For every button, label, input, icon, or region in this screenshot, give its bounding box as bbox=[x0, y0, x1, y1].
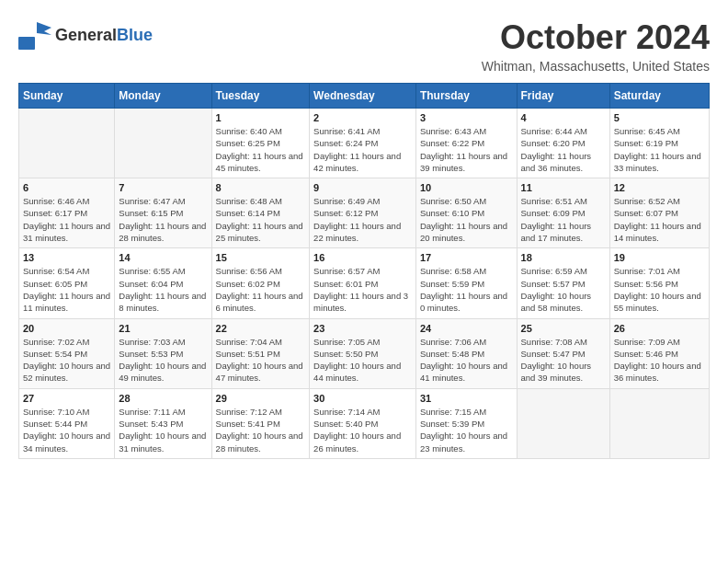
week-row-3: 13Sunrise: 6:54 AM Sunset: 6:05 PM Dayli… bbox=[19, 248, 710, 318]
svg-rect-2 bbox=[18, 37, 35, 50]
calendar-cell: 31Sunrise: 7:15 AM Sunset: 5:39 PM Dayli… bbox=[415, 388, 517, 458]
day-info: Sunrise: 7:09 AM Sunset: 5:46 PM Dayligh… bbox=[614, 336, 705, 385]
title-block: October 2024 Whitman, Massachusetts, Uni… bbox=[482, 18, 710, 74]
day-info: Sunrise: 6:47 AM Sunset: 6:15 PM Dayligh… bbox=[119, 195, 207, 244]
day-number: 13 bbox=[23, 252, 110, 263]
day-info: Sunrise: 6:40 AM Sunset: 6:25 PM Dayligh… bbox=[216, 125, 306, 174]
day-info: Sunrise: 7:03 AM Sunset: 5:53 PM Dayligh… bbox=[119, 336, 207, 385]
day-info: Sunrise: 7:01 AM Sunset: 5:56 PM Dayligh… bbox=[614, 265, 705, 314]
calendar-cell: 23Sunrise: 7:05 AM Sunset: 5:50 PM Dayli… bbox=[310, 318, 416, 388]
calendar-cell: 30Sunrise: 7:14 AM Sunset: 5:40 PM Dayli… bbox=[310, 388, 416, 458]
title-location: Whitman, Massachusetts, United States bbox=[482, 59, 710, 74]
day-info: Sunrise: 6:58 AM Sunset: 5:59 PM Dayligh… bbox=[420, 265, 513, 314]
calendar-cell: 1Sunrise: 6:40 AM Sunset: 6:25 PM Daylig… bbox=[211, 109, 310, 178]
day-info: Sunrise: 6:48 AM Sunset: 6:14 PM Dayligh… bbox=[216, 195, 306, 244]
day-number: 18 bbox=[521, 252, 606, 263]
day-info: Sunrise: 7:12 AM Sunset: 5:41 PM Dayligh… bbox=[216, 406, 306, 454]
day-number: 17 bbox=[420, 252, 513, 263]
day-number: 12 bbox=[614, 182, 705, 193]
calendar-cell: 26Sunrise: 7:09 AM Sunset: 5:46 PM Dayli… bbox=[609, 318, 709, 388]
day-number: 31 bbox=[420, 393, 513, 404]
day-info: Sunrise: 6:43 AM Sunset: 6:22 PM Dayligh… bbox=[420, 125, 513, 174]
weekday-header-wednesday: Wednesday bbox=[310, 84, 416, 109]
calendar-cell: 19Sunrise: 7:01 AM Sunset: 5:56 PM Dayli… bbox=[609, 248, 709, 318]
day-number: 4 bbox=[521, 112, 606, 123]
day-number: 6 bbox=[23, 182, 110, 193]
day-number: 7 bbox=[119, 182, 207, 193]
calendar-cell: 18Sunrise: 6:59 AM Sunset: 5:57 PM Dayli… bbox=[517, 248, 609, 318]
calendar-cell: 22Sunrise: 7:04 AM Sunset: 5:51 PM Dayli… bbox=[211, 318, 310, 388]
week-row-4: 20Sunrise: 7:02 AM Sunset: 5:54 PM Dayli… bbox=[19, 318, 710, 388]
day-number: 16 bbox=[313, 252, 412, 263]
day-number: 15 bbox=[216, 252, 306, 263]
day-number: 24 bbox=[420, 323, 513, 334]
logo-blue-text: Blue bbox=[117, 26, 153, 45]
calendar-cell: 20Sunrise: 7:02 AM Sunset: 5:54 PM Dayli… bbox=[19, 318, 115, 388]
calendar-cell bbox=[609, 388, 709, 458]
day-number: 11 bbox=[521, 182, 606, 193]
day-info: Sunrise: 6:54 AM Sunset: 6:05 PM Dayligh… bbox=[23, 265, 110, 314]
calendar-cell: 13Sunrise: 6:54 AM Sunset: 6:05 PM Dayli… bbox=[19, 248, 115, 318]
calendar-cell: 8Sunrise: 6:48 AM Sunset: 6:14 PM Daylig… bbox=[211, 178, 310, 248]
calendar-cell: 27Sunrise: 7:10 AM Sunset: 5:44 PM Dayli… bbox=[19, 388, 115, 458]
day-number: 26 bbox=[614, 323, 705, 334]
day-info: Sunrise: 7:14 AM Sunset: 5:40 PM Dayligh… bbox=[313, 406, 412, 454]
day-info: Sunrise: 6:55 AM Sunset: 6:04 PM Dayligh… bbox=[119, 265, 207, 314]
day-info: Sunrise: 7:04 AM Sunset: 5:51 PM Dayligh… bbox=[216, 336, 306, 385]
weekday-header-saturday: Saturday bbox=[609, 84, 709, 109]
calendar-cell: 15Sunrise: 6:56 AM Sunset: 6:02 PM Dayli… bbox=[211, 248, 310, 318]
day-info: Sunrise: 6:49 AM Sunset: 6:12 PM Dayligh… bbox=[313, 195, 412, 244]
calendar-cell: 17Sunrise: 6:58 AM Sunset: 5:59 PM Dayli… bbox=[415, 248, 517, 318]
page-header: General Blue October 2024 Whitman, Massa… bbox=[18, 18, 710, 74]
day-info: Sunrise: 6:59 AM Sunset: 5:57 PM Dayligh… bbox=[521, 265, 606, 314]
calendar-cell: 6Sunrise: 6:46 AM Sunset: 6:17 PM Daylig… bbox=[19, 178, 115, 248]
day-info: Sunrise: 6:46 AM Sunset: 6:17 PM Dayligh… bbox=[23, 195, 110, 244]
day-number: 28 bbox=[119, 393, 207, 404]
day-number: 9 bbox=[313, 182, 412, 193]
weekday-header-monday: Monday bbox=[115, 84, 211, 109]
day-number: 21 bbox=[119, 323, 207, 334]
weekday-header-sunday: Sunday bbox=[19, 84, 115, 109]
calendar-table: SundayMondayTuesdayWednesdayThursdayFrid… bbox=[18, 83, 710, 459]
day-info: Sunrise: 7:15 AM Sunset: 5:39 PM Dayligh… bbox=[420, 406, 513, 454]
calendar-cell: 2Sunrise: 6:41 AM Sunset: 6:24 PM Daylig… bbox=[310, 109, 416, 178]
day-number: 14 bbox=[119, 252, 207, 263]
day-number: 10 bbox=[420, 182, 513, 193]
week-row-2: 6Sunrise: 6:46 AM Sunset: 6:17 PM Daylig… bbox=[19, 178, 710, 248]
day-info: Sunrise: 7:08 AM Sunset: 5:47 PM Dayligh… bbox=[521, 336, 606, 385]
day-number: 1 bbox=[216, 112, 306, 123]
calendar-cell bbox=[19, 109, 115, 178]
calendar-cell: 5Sunrise: 6:45 AM Sunset: 6:19 PM Daylig… bbox=[609, 109, 709, 178]
calendar-cell: 10Sunrise: 6:50 AM Sunset: 6:10 PM Dayli… bbox=[415, 178, 517, 248]
day-number: 8 bbox=[216, 182, 306, 193]
week-row-5: 27Sunrise: 7:10 AM Sunset: 5:44 PM Dayli… bbox=[19, 388, 710, 458]
calendar-cell bbox=[115, 109, 211, 178]
calendar-cell: 25Sunrise: 7:08 AM Sunset: 5:47 PM Dayli… bbox=[517, 318, 609, 388]
day-number: 5 bbox=[614, 112, 705, 123]
day-info: Sunrise: 6:52 AM Sunset: 6:07 PM Dayligh… bbox=[614, 195, 705, 244]
day-info: Sunrise: 6:57 AM Sunset: 6:01 PM Dayligh… bbox=[313, 265, 412, 314]
day-number: 20 bbox=[23, 323, 110, 334]
day-number: 2 bbox=[313, 112, 412, 123]
logo-general-text: General bbox=[55, 26, 117, 45]
logo-icon bbox=[18, 18, 53, 52]
title-month: October 2024 bbox=[482, 18, 710, 57]
calendar-cell bbox=[517, 388, 609, 458]
weekday-header-thursday: Thursday bbox=[415, 84, 517, 109]
calendar-cell: 11Sunrise: 6:51 AM Sunset: 6:09 PM Dayli… bbox=[517, 178, 609, 248]
day-number: 25 bbox=[521, 323, 606, 334]
calendar-cell: 14Sunrise: 6:55 AM Sunset: 6:04 PM Dayli… bbox=[115, 248, 211, 318]
calendar-cell: 28Sunrise: 7:11 AM Sunset: 5:43 PM Dayli… bbox=[115, 388, 211, 458]
day-info: Sunrise: 6:44 AM Sunset: 6:20 PM Dayligh… bbox=[521, 125, 606, 174]
day-info: Sunrise: 6:56 AM Sunset: 6:02 PM Dayligh… bbox=[216, 265, 306, 314]
day-info: Sunrise: 7:05 AM Sunset: 5:50 PM Dayligh… bbox=[313, 336, 412, 385]
day-info: Sunrise: 7:11 AM Sunset: 5:43 PM Dayligh… bbox=[119, 406, 207, 454]
day-number: 27 bbox=[23, 393, 110, 404]
calendar-cell: 21Sunrise: 7:03 AM Sunset: 5:53 PM Dayli… bbox=[115, 318, 211, 388]
calendar-cell: 12Sunrise: 6:52 AM Sunset: 6:07 PM Dayli… bbox=[609, 178, 709, 248]
day-number: 30 bbox=[313, 393, 412, 404]
day-number: 29 bbox=[216, 393, 306, 404]
day-number: 23 bbox=[313, 323, 412, 334]
calendar-cell: 4Sunrise: 6:44 AM Sunset: 6:20 PM Daylig… bbox=[517, 109, 609, 178]
day-number: 3 bbox=[420, 112, 513, 123]
